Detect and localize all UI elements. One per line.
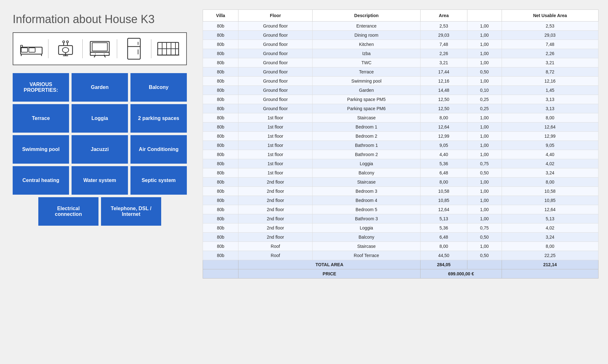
terrace-btn[interactable]: Terrace bbox=[13, 104, 69, 133]
table-cell: 80b bbox=[203, 205, 238, 214]
table-cell: Bathroom 3 bbox=[313, 214, 421, 223]
swimming-btn[interactable]: Swimming pool bbox=[13, 135, 69, 164]
table-cell: 3,13 bbox=[502, 95, 598, 104]
table-cell: 1,00 bbox=[467, 31, 502, 40]
table-cell: 80b bbox=[203, 178, 238, 187]
col-villa: Villa bbox=[203, 10, 238, 22]
table-cell: 22,25 bbox=[502, 251, 598, 260]
col-area: Area bbox=[421, 10, 467, 22]
table-cell: Terrace bbox=[313, 67, 421, 77]
table-cell: Ground floor bbox=[238, 67, 313, 77]
table-cell: 2nd floor bbox=[238, 187, 313, 196]
table-cell: 0,75 bbox=[467, 223, 502, 233]
total-label: TOTAL AREA bbox=[238, 260, 421, 269]
table-cell: 1,00 bbox=[467, 214, 502, 223]
table-row: 80bGround floorGarden14,480,101,45 bbox=[203, 86, 598, 95]
table-cell: Ground floor bbox=[238, 104, 313, 113]
table-cell: 0,25 bbox=[467, 104, 502, 113]
table-cell: 80b bbox=[203, 58, 238, 67]
electrical-btn[interactable]: Electrical connection bbox=[38, 197, 98, 226]
table-cell: 80b bbox=[203, 214, 238, 223]
table-cell: 1st floor bbox=[238, 132, 313, 141]
central-btn[interactable]: Central heating bbox=[13, 166, 69, 195]
table-row: 80bGround floorTerrace17,440,508,72 bbox=[203, 67, 598, 77]
loggia-btn[interactable]: Loggia bbox=[72, 104, 128, 133]
table-cell: 80b bbox=[203, 67, 238, 77]
table-cell: 1,00 bbox=[467, 242, 502, 251]
table-cell: 1,45 bbox=[502, 86, 598, 95]
garden-btn[interactable]: Garden bbox=[72, 73, 128, 102]
various-properties-btn[interactable]: VARIOUS PROPERTIES: bbox=[13, 73, 69, 102]
table-cell: 4,02 bbox=[502, 159, 598, 168]
table-cell: TWC bbox=[313, 58, 421, 67]
telephone-btn[interactable]: Telephone, DSL / Internet bbox=[101, 197, 161, 226]
table-cell: 1,00 bbox=[467, 141, 502, 150]
table-cell: 2nd floor bbox=[238, 233, 313, 242]
table-cell: 80b bbox=[203, 242, 238, 251]
table-cell: Bedroom 4 bbox=[313, 196, 421, 205]
table-cell: Balcony bbox=[313, 233, 421, 242]
table-row: 80bGround floorParking space PM612,500,2… bbox=[203, 104, 598, 113]
table-cell: Ground floor bbox=[238, 86, 313, 95]
table-cell: 1,00 bbox=[467, 22, 502, 31]
col-floor: Floor bbox=[238, 10, 313, 22]
table-cell: Loggia bbox=[313, 223, 421, 233]
table-row: 80b1st floorBathroom 24,401,004,40 bbox=[203, 150, 598, 159]
table-cell: 0,25 bbox=[467, 95, 502, 104]
jacuzzi-btn[interactable]: Jacuzzi bbox=[72, 135, 128, 164]
parking-btn[interactable]: 2 parking spaces bbox=[130, 104, 187, 133]
table-row: 80b2nd floorLoggia5,360,754,02 bbox=[203, 223, 598, 233]
table-cell: 80b bbox=[203, 77, 238, 86]
table-cell: Dining room bbox=[313, 31, 421, 40]
table-cell: 29,03 bbox=[502, 31, 598, 40]
total-empty-1 bbox=[203, 260, 238, 269]
table-row: 80b2nd floorBedroom 410,851,0010,85 bbox=[203, 196, 598, 205]
table-cell: 1st floor bbox=[238, 122, 313, 132]
table-cell: 0,75 bbox=[467, 159, 502, 168]
table-cell: 0,50 bbox=[467, 168, 502, 178]
table-cell: Parking space PM5 bbox=[313, 95, 421, 104]
table-row: 80b2nd floorBathroom 35,131,005,13 bbox=[203, 214, 598, 223]
sink-icon bbox=[53, 39, 78, 58]
table-cell: 5,13 bbox=[502, 214, 598, 223]
table-cell: 1st floor bbox=[238, 113, 313, 122]
table-cell: 1,00 bbox=[467, 113, 502, 122]
table-row: 80bGround floorSwimming pool12,161,0012,… bbox=[203, 77, 598, 86]
table-cell: 10,58 bbox=[421, 187, 467, 196]
table-cell: Bathroom 2 bbox=[313, 150, 421, 159]
table-cell: 80b bbox=[203, 233, 238, 242]
table-cell: 7,48 bbox=[421, 40, 467, 49]
table-cell: 0,10 bbox=[467, 86, 502, 95]
aircon-btn[interactable]: Air Conditioning bbox=[130, 135, 187, 164]
svg-rect-21 bbox=[128, 38, 140, 59]
table-cell: 1st floor bbox=[238, 150, 313, 159]
table-cell: 2nd floor bbox=[238, 196, 313, 205]
balcony-btn[interactable]: Balcony bbox=[130, 73, 187, 102]
table-cell: 3,21 bbox=[421, 58, 467, 67]
table-row: 80bGround floorParking space PM512,500,2… bbox=[203, 95, 598, 104]
table-row: 80b2nd floorBedroom 512,641,0012,64 bbox=[203, 205, 598, 214]
total-area-row: TOTAL AREA 284,05 212,14 bbox=[203, 260, 598, 269]
table-row: 80bGround floorEnterance2,531,002,53 bbox=[203, 22, 598, 31]
table-cell: 12,16 bbox=[502, 77, 598, 86]
table-cell: 2,26 bbox=[421, 49, 467, 58]
septic-btn[interactable]: Septic system bbox=[130, 166, 187, 195]
table-row: 80b1st floorBalcony6,480,503,24 bbox=[203, 168, 598, 178]
col-multiplier bbox=[467, 10, 502, 22]
left-panel: Information about House K3 bbox=[6, 6, 193, 232]
table-cell: 5,36 bbox=[421, 159, 467, 168]
table-cell: 10,85 bbox=[502, 196, 598, 205]
table-row: 80bRoofStaircase8,001,008,00 bbox=[203, 242, 598, 251]
table-cell: 2nd floor bbox=[238, 214, 313, 223]
table-cell: Ground floor bbox=[238, 49, 313, 58]
table-cell: 12,64 bbox=[421, 122, 467, 132]
table-cell: Staircase bbox=[313, 242, 421, 251]
table-row: 80b1st floorBedroom 212,991,0012,99 bbox=[203, 132, 598, 141]
water-btn[interactable]: Water system bbox=[72, 166, 128, 195]
table-cell: Izba bbox=[313, 49, 421, 58]
table-cell: 8,00 bbox=[421, 113, 467, 122]
table-cell: 3,24 bbox=[502, 233, 598, 242]
table-cell: 12,16 bbox=[421, 77, 467, 86]
table-cell: 1,00 bbox=[467, 205, 502, 214]
svg-rect-14 bbox=[90, 41, 109, 52]
